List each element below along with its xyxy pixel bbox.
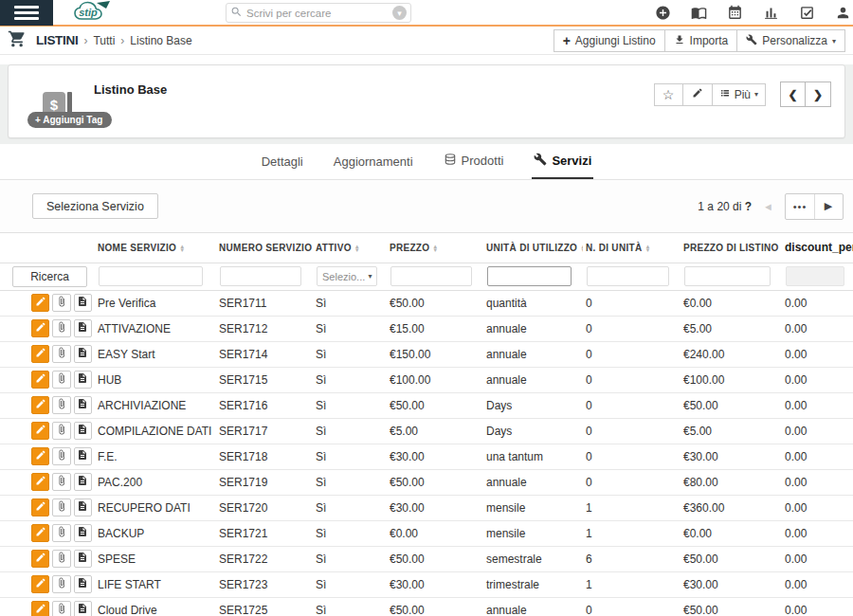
import-button[interactable]: Importa [665,29,738,52]
filter-input-unit-di-utilizzo[interactable] [487,266,572,286]
search-scope-chevron-icon[interactable]: ▾ [392,6,407,20]
edit-service-button[interactable] [31,575,49,593]
edit-service-button[interactable] [31,294,49,312]
column-discount-perce[interactable]: discount_perce [782,233,853,263]
notes-button[interactable] [74,319,92,337]
sort-icon[interactable]: ▲▼ [179,245,185,252]
edit-service-button[interactable] [31,473,49,491]
column-label: discount_perce [785,241,853,254]
edit-record-button[interactable] [683,83,713,106]
cell-price: €30.00 [387,495,483,520]
row-actions-cell [0,392,95,418]
page-next-button[interactable]: ▶ [814,194,843,219]
edit-service-button[interactable] [31,396,49,414]
filter-input-nome-servizio[interactable] [99,266,203,286]
attachment-button[interactable] [52,396,70,414]
add-listino-button[interactable]: + Aggiungi Listino [554,29,665,52]
notes-button[interactable] [74,422,92,440]
next-record-button[interactable]: ❯ [806,82,831,107]
calendar-icon[interactable] [727,5,743,21]
filter-input-prezzo[interactable] [390,266,472,286]
knowledge-book-icon[interactable] [691,5,707,21]
notes-button[interactable] [74,575,92,593]
column-n-di-unit[interactable]: N. DI UNITÀ▲▼ [583,233,681,263]
user-profile-icon[interactable] [835,5,851,21]
cell-number: SER1722 [216,546,313,571]
tasks-check-icon[interactable] [799,5,815,21]
notes-button[interactable] [74,524,92,542]
search-filter-button[interactable]: Ricerca [12,266,87,287]
tab-prodotti[interactable]: Prodotti [442,153,506,179]
tab-servizi[interactable]: Servizi [532,153,593,179]
attachment-button[interactable] [52,524,70,542]
cell-price: €5.00 [387,418,483,444]
breadcrumb-module[interactable]: LISTINI [36,33,78,47]
filter-input-numero-servizio[interactable] [220,266,301,286]
edit-service-button[interactable] [31,524,49,542]
attivo-filter-select[interactable]: Selezio...▾ [317,266,377,286]
attachment-button[interactable] [52,498,70,516]
column-attivo[interactable]: ATTIVO▲▼ [313,233,387,263]
column-numero-servizio[interactable]: NUMERO SERVIZIO▲▼ [216,233,313,263]
cell-active: Sì [313,520,387,546]
cell-unit: annuale [483,367,583,392]
sort-icon[interactable]: ▲▼ [644,245,650,252]
column-nome-servizio[interactable]: NOME SERVIZIO▲▼ [95,233,216,263]
attachment-button[interactable] [52,575,70,593]
select-service-button[interactable]: Seleziona Servizio [32,193,158,219]
edit-service-button[interactable] [31,371,49,389]
notes-button[interactable] [74,371,92,389]
edit-service-button[interactable] [31,319,49,337]
attachment-button[interactable] [52,371,70,389]
edit-service-button[interactable] [31,422,49,440]
attachment-button[interactable] [52,319,70,337]
edit-service-button[interactable] [31,550,49,568]
attachment-button[interactable] [52,422,70,440]
quick-add-icon[interactable] [655,5,671,21]
previous-record-button[interactable]: ❮ [780,82,806,107]
notes-button[interactable] [74,601,92,616]
edit-service-button[interactable] [31,498,49,516]
page-jump-button[interactable]: ••• [786,194,814,219]
attachment-button[interactable] [52,294,70,312]
notes-button[interactable] [74,550,92,568]
notes-button[interactable] [74,498,92,516]
tab-aggiornamenti[interactable]: Aggiornamenti [332,154,415,179]
favorite-star-button[interactable]: ☆ [654,83,683,106]
add-tag-button[interactable]: + Aggiungi Tag [27,112,112,128]
customize-button[interactable]: Personalizza ▾ [737,29,845,52]
filter-input-prezzo-di-listino[interactable] [684,266,771,286]
sort-icon[interactable]: ▲▼ [354,245,360,252]
edit-service-button[interactable] [31,601,49,616]
app-logo[interactable]: stip [68,0,123,25]
breadcrumb-item-listino-base[interactable]: Listino Base [130,34,191,47]
sort-icon[interactable]: ▲▼ [432,245,438,252]
edit-service-button[interactable] [31,447,49,465]
attachment-button[interactable] [52,473,70,491]
edit-service-button[interactable] [31,345,49,363]
notes-button[interactable] [74,447,92,465]
attachment-button[interactable] [52,447,70,465]
menu-button[interactable] [0,0,53,26]
attachment-button[interactable] [52,601,70,616]
more-button[interactable]: Più ▾ [713,83,766,106]
notes-button[interactable] [74,345,92,363]
reports-chart-icon[interactable] [763,5,779,21]
paperclip-icon [56,475,67,489]
pricebooks-cart-icon[interactable] [8,29,27,52]
tab-dettagli[interactable]: Dettagli [260,154,305,179]
column-prezzo[interactable]: PREZZO▲▼ [387,233,483,263]
sort-icon[interactable]: ▲▼ [580,245,583,252]
global-search[interactable]: ▾ [226,3,411,23]
notes-button[interactable] [74,294,92,312]
attachment-button[interactable] [52,345,70,363]
filter-input-n-di-unit[interactable] [587,266,669,286]
notes-button[interactable] [74,396,92,414]
column-prezzo-di-listino[interactable]: PREZZO DI LISTINO▲▼ [681,233,782,263]
breadcrumb-item-tutti[interactable]: Tutti [93,34,115,47]
cell-list_price: €5.00 [681,418,782,444]
attachment-button[interactable] [52,550,70,568]
search-input[interactable] [243,8,392,19]
column-unit-di-utilizzo[interactable]: UNITÀ DI UTILIZZO▲▼ [483,233,583,263]
notes-button[interactable] [74,473,92,491]
